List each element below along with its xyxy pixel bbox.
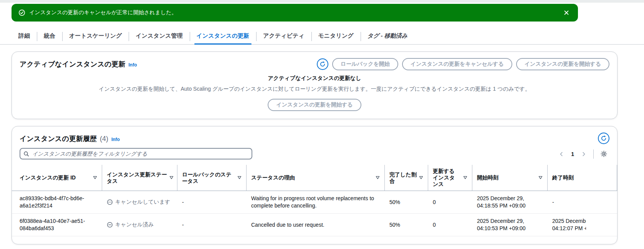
filter-icon[interactable] — [93, 176, 97, 180]
info-link[interactable]: Info — [111, 137, 120, 142]
rollback-status: - — [182, 199, 184, 205]
instance-refresh-history-panel: インスタンスの更新履歴 (4) Info 1 — [12, 126, 618, 244]
refresh-button[interactable] — [317, 58, 328, 70]
status-reason: Waiting for in progress root volume repl… — [251, 195, 380, 209]
tab-navigation: 詳細 統合 オートスケーリング インスタンス管理 インスタンスの更新 アクティビ… — [0, 28, 644, 45]
column-header-end-time[interactable]: 終了時刻 — [548, 165, 617, 191]
panel-title: アクティブなインスタンスの更新 — [20, 60, 125, 69]
filter-icon[interactable] — [538, 176, 543, 180]
filter-icon[interactable] — [419, 176, 423, 180]
next-page-button[interactable] — [579, 150, 589, 158]
current-page[interactable]: 1 — [568, 151, 577, 157]
history-filter-field — [20, 148, 252, 159]
tab-tags-moved[interactable]: タグ - 移動済み — [361, 28, 414, 44]
check-circle-icon — [18, 9, 25, 16]
table-row: ac89339c-bdb4-4f7c-bd6e-a6a1e2f3f214 キャン… — [12, 191, 617, 214]
tab-activity[interactable]: アクティビティ — [256, 28, 311, 44]
empty-state-title: アクティブなインスタンスの更新なし — [20, 75, 609, 82]
success-flashbar: インスタンスの更新のキャンセルが正常に開始されました。 — [12, 4, 578, 22]
history-refresh-button[interactable] — [598, 133, 609, 144]
info-link[interactable]: Info — [128, 62, 137, 68]
refresh-icon — [601, 135, 607, 141]
empty-state: アクティブなインスタンスの更新なし インスタンスの更新を開始して、Auto Sc… — [20, 75, 609, 111]
refresh-status: キャンセル済み — [115, 221, 154, 228]
empty-start-instance-refresh-button[interactable]: インスタンスの更新を開始する — [268, 99, 361, 111]
instance-refresh-id: 6f0388ea-4a10-40e7-ae51-084ba6daf453 — [20, 217, 98, 232]
tab-integrations[interactable]: 統合 — [37, 28, 62, 44]
close-icon — [563, 10, 570, 16]
filter-icon[interactable] — [237, 176, 242, 180]
percentage-complete: 50% — [389, 222, 400, 228]
in-progress-icon — [107, 199, 113, 205]
tab-details[interactable]: 詳細 — [12, 28, 37, 44]
page-top-strip — [0, 0, 644, 3]
pagination: 1 — [556, 149, 609, 159]
start-rollback-button[interactable]: ロールバックを開始 — [332, 58, 398, 70]
chevron-left-icon — [559, 151, 564, 157]
table-header-row: インスタンスの更新 ID インスタンス更新ステー タス ロールバックのステ ータ… — [12, 165, 617, 191]
cancel-instance-refresh-button[interactable]: インスタンスの更新をキャンセルする — [402, 58, 512, 70]
history-count: (4) — [100, 135, 108, 143]
instance-refresh-history-table: インスタンスの更新 ID インスタンス更新ステー タス ロールバックのステ ータ… — [12, 165, 617, 236]
column-header-rollback-status[interactable]: ロールバックのステ ータス — [177, 165, 247, 191]
instance-refresh-id: ac89339c-bdb4-4f7c-bd6e-a6a1e2f3f214 — [20, 195, 98, 209]
column-header-status-reason[interactable]: ステータスの理由 — [247, 165, 385, 191]
end-time: 2025 December 29, 04:12:07 PM +09:00 — [552, 217, 586, 232]
tab-monitoring[interactable]: モニタリング — [311, 28, 361, 44]
start-instance-refresh-button[interactable]: インスタンスの更新を開始する — [516, 58, 609, 70]
percentage-complete: 50% — [389, 199, 400, 205]
filter-icon[interactable] — [169, 176, 174, 180]
end-time: - — [552, 199, 554, 206]
active-instance-refresh-panel: アクティブなインスタンスの更新 Info ロールバックを開始 インスタンスの更新… — [12, 51, 618, 119]
instances-to-update: 0 — [433, 199, 436, 205]
divider — [593, 149, 594, 159]
cancelled-icon — [107, 222, 113, 228]
history-panel-title: インスタンスの更新履歴 — [20, 134, 97, 143]
instances-to-update: 0 — [433, 222, 436, 228]
tab-auto-scaling[interactable]: オートスケーリング — [62, 28, 129, 44]
refresh-icon — [320, 61, 326, 67]
status-reason: Cancelled due to user request. — [251, 221, 324, 229]
column-header-instances-to-update[interactable]: 更新する インスタ ンス — [428, 165, 472, 191]
flashbar-message: インスタンスの更新のキャンセルが正常に開始されました。 — [29, 9, 558, 16]
history-filter-input[interactable] — [31, 150, 248, 157]
flashbar-dismiss-button[interactable] — [562, 8, 571, 17]
filter-icon[interactable] — [376, 176, 380, 180]
column-header-percentage-complete[interactable]: 完了した割 合 — [385, 165, 428, 191]
column-header-refresh-status[interactable]: インスタンス更新ステー タス — [102, 165, 177, 191]
column-header-start-time[interactable]: 開始時刻 — [472, 165, 548, 191]
start-time: 2025 December 29, 04:10:53 PM +09:00 — [477, 217, 526, 232]
refresh-status: キャンセルしています — [115, 199, 170, 206]
chevron-right-icon — [581, 151, 586, 157]
search-icon — [23, 151, 29, 157]
table-preferences-button[interactable] — [598, 149, 609, 159]
rollback-status: - — [182, 222, 184, 228]
empty-state-description: インスタンスの更新を開始して、Auto Scaling グループのインスタンスに… — [20, 86, 609, 93]
tab-instance-management[interactable]: インスタンス管理 — [129, 28, 189, 44]
tab-instance-refresh[interactable]: インスタンスの更新 — [190, 28, 256, 44]
filter-icon[interactable] — [463, 176, 467, 180]
table-row: 6f0388ea-4a10-40e7-ae51-084ba6daf453 キャン… — [12, 214, 617, 236]
gear-icon — [601, 151, 607, 157]
previous-page-button[interactable] — [556, 150, 566, 158]
start-time: 2025 December 29, 04:18:55 PM +09:00 — [477, 195, 526, 209]
column-header-instance-refresh-id[interactable]: インスタンスの更新 ID — [12, 165, 102, 191]
